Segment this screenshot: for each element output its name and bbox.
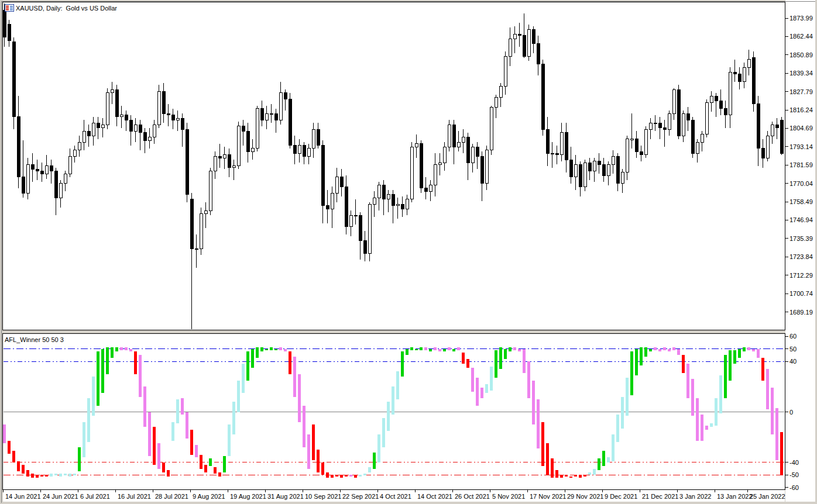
indicator-bar[interactable] (312, 424, 315, 460)
indicator-bar[interactable] (616, 415, 619, 442)
candle[interactable] (209, 168, 212, 216)
candle[interactable] (780, 117, 783, 155)
indicator-bar[interactable] (195, 445, 198, 458)
indicator-bar[interactable] (569, 477, 572, 478)
candle[interactable] (677, 85, 680, 139)
indicator-bar[interactable] (747, 347, 750, 350)
indicator-bar[interactable] (518, 349, 521, 351)
candle[interactable] (448, 120, 451, 151)
candle[interactable] (237, 122, 240, 170)
indicator-bar[interactable] (167, 470, 170, 477)
indicator-bar[interactable] (527, 361, 530, 398)
indicator-bar[interactable] (476, 378, 479, 405)
indicator-bar[interactable] (509, 347, 512, 351)
indicator-bar[interactable] (8, 441, 11, 454)
indicator-bar[interactable] (752, 349, 755, 351)
indicator-bar[interactable] (495, 350, 497, 378)
indicator-bar[interactable] (321, 462, 324, 475)
indicator-bar[interactable] (715, 398, 718, 426)
candle[interactable] (705, 99, 708, 137)
indicator-bar[interactable] (724, 355, 727, 398)
indicator-bar[interactable] (438, 349, 441, 351)
indicator-bar[interactable] (120, 347, 123, 350)
indicator-bar[interactable] (3, 424, 6, 443)
candle[interactable] (766, 131, 769, 161)
indicator-bar[interactable] (143, 386, 146, 427)
candle[interactable] (106, 88, 109, 130)
indicator-bar[interactable] (649, 349, 652, 351)
indicator-bar[interactable] (83, 422, 85, 457)
indicator-bar[interactable] (307, 434, 310, 468)
indicator-bar[interactable] (644, 347, 647, 356)
indicator-bar[interactable] (134, 351, 137, 374)
indicator-bar[interactable] (598, 458, 600, 470)
indicator-bar[interactable] (50, 474, 53, 476)
indicator-bar[interactable] (293, 357, 296, 397)
indicator-bar[interactable] (368, 467, 371, 472)
indicator-bar[interactable] (204, 465, 207, 472)
candle[interactable] (368, 202, 371, 261)
indicator-bar[interactable] (560, 475, 563, 477)
indicator-bar[interactable] (171, 422, 174, 441)
indicator-bar[interactable] (260, 347, 263, 351)
indicator-bar[interactable] (31, 474, 34, 477)
indicator-bar[interactable] (92, 377, 95, 416)
indicator-bar[interactable] (523, 349, 526, 373)
indicator-bar[interactable] (607, 457, 610, 462)
indicator-bar[interactable] (377, 434, 380, 462)
indicator-bar[interactable] (345, 475, 348, 477)
indicator-bar[interactable] (190, 430, 193, 455)
indicator-bar[interactable] (17, 461, 20, 471)
indicator-bar[interactable] (775, 408, 778, 460)
indicator-bar[interactable] (317, 450, 320, 472)
indicator-bar[interactable] (452, 349, 455, 351)
indicator-bar[interactable] (588, 472, 591, 475)
indicator-bar[interactable] (757, 349, 760, 358)
indicator-bar[interactable] (424, 347, 427, 350)
indicator-bar[interactable] (153, 427, 156, 465)
indicator-bar[interactable] (766, 369, 769, 409)
indicator-bar[interactable] (663, 347, 666, 350)
indicator-bar[interactable] (443, 349, 446, 351)
indicator-bar[interactable] (574, 475, 577, 477)
indicator-bar[interactable] (148, 412, 151, 457)
indicator-bar[interactable] (176, 399, 179, 423)
indicator-bar[interactable] (738, 349, 741, 358)
indicator-bar[interactable] (771, 388, 774, 434)
candle[interactable] (12, 37, 15, 130)
indicator-bar[interactable] (129, 349, 132, 351)
indicator-bar[interactable] (354, 475, 357, 477)
candle[interactable] (420, 140, 423, 193)
indicator-bar[interactable] (705, 426, 708, 429)
indicator-bar[interactable] (256, 347, 259, 357)
indicator-bar[interactable] (270, 347, 273, 350)
indicator-bar[interactable] (691, 379, 694, 416)
indicator-bar[interactable] (64, 474, 67, 475)
indicator-bar[interactable] (658, 349, 661, 351)
candle[interactable] (541, 60, 544, 136)
indicator-bar[interactable] (583, 475, 586, 477)
indicator-bar[interactable] (363, 474, 366, 475)
indicator-bar[interactable] (668, 349, 671, 351)
indicator-bar[interactable] (289, 351, 291, 374)
indicator-bar[interactable] (111, 347, 114, 357)
indicator-bar[interactable] (125, 347, 128, 350)
indicator-bar[interactable] (406, 349, 408, 355)
indicator-bar[interactable] (106, 347, 109, 374)
indicator-bar[interactable] (415, 349, 418, 351)
indicator-bar[interactable] (73, 474, 76, 475)
candle[interactable] (410, 142, 413, 202)
indicator-bar[interactable] (672, 347, 675, 350)
candle[interactable] (157, 85, 160, 127)
indicator-bar[interactable] (401, 351, 404, 377)
indicator-bar[interactable] (565, 475, 568, 477)
indicator-bar[interactable] (490, 367, 493, 391)
indicator-bar[interactable] (602, 451, 605, 466)
indicator-bar[interactable] (209, 458, 212, 466)
indicator-bar[interactable] (630, 351, 633, 396)
indicator-bar[interactable] (513, 347, 516, 350)
indicator-bar[interactable] (54, 474, 57, 475)
indicator-bar[interactable] (719, 375, 722, 413)
indicator-bar[interactable] (349, 475, 352, 477)
indicator-bar[interactable] (499, 347, 502, 369)
